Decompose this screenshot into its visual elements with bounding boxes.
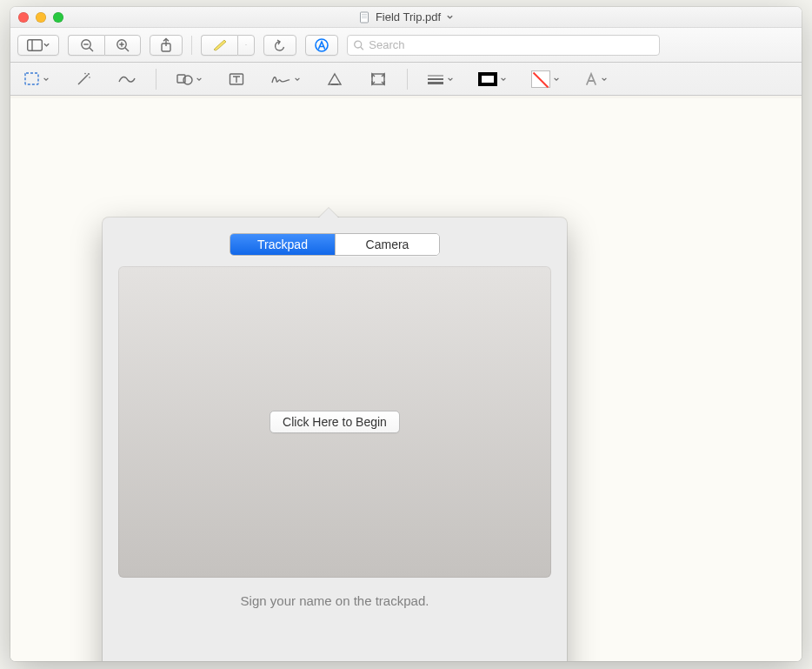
text-style-button[interactable] bbox=[579, 68, 613, 90]
document-icon bbox=[358, 11, 370, 23]
share-button[interactable] bbox=[150, 35, 183, 56]
toolbar-separator bbox=[191, 36, 192, 55]
title-chevron-down-icon[interactable] bbox=[446, 13, 454, 21]
svg-rect-3 bbox=[362, 17, 367, 18]
svg-line-7 bbox=[90, 48, 93, 51]
svg-line-10 bbox=[125, 48, 129, 51]
svg-point-22 bbox=[89, 77, 90, 78]
window-zoom-button[interactable] bbox=[53, 12, 63, 23]
svg-rect-1 bbox=[362, 14, 367, 15]
svg-point-16 bbox=[355, 41, 362, 48]
search-field[interactable] bbox=[347, 35, 660, 56]
main-toolbar bbox=[10, 28, 802, 63]
chevron-down-icon bbox=[43, 41, 50, 49]
svg-line-17 bbox=[361, 47, 363, 50]
sidebar-toggle-button[interactable] bbox=[17, 35, 59, 56]
svg-point-20 bbox=[88, 73, 90, 75]
magic-wand-icon bbox=[75, 72, 92, 86]
shapes-icon bbox=[176, 72, 193, 86]
chevron-down-icon bbox=[500, 76, 507, 83]
title-center: Field Trip.pdf bbox=[10, 10, 802, 23]
svg-rect-18 bbox=[25, 73, 38, 84]
signature-popover: Trackpad Camera Click Here to Begin Sign… bbox=[103, 217, 567, 661]
sign-button[interactable] bbox=[265, 68, 306, 90]
traffic-lights bbox=[18, 12, 63, 23]
fill-color-swatch-icon bbox=[531, 70, 550, 88]
zoom-out-button[interactable] bbox=[68, 35, 104, 56]
markup-separator bbox=[156, 69, 156, 90]
text-tool-button[interactable] bbox=[222, 68, 251, 90]
zoom-in-icon bbox=[115, 37, 130, 53]
document-area: Trackpad Camera Click Here to Begin Sign… bbox=[10, 96, 802, 661]
rotate-left-icon bbox=[272, 38, 288, 52]
sidebar-icon bbox=[27, 39, 43, 51]
window-title[interactable]: Field Trip.pdf bbox=[376, 10, 441, 23]
markup-icon bbox=[314, 37, 329, 53]
zoom-in-button[interactable] bbox=[104, 35, 141, 56]
svg-line-19 bbox=[78, 75, 88, 84]
markup-toggle-button[interactable] bbox=[305, 35, 338, 56]
signature-source-tabs: Trackpad Camera bbox=[230, 233, 440, 256]
chevron-down-icon bbox=[447, 76, 454, 83]
rotate-button[interactable] bbox=[263, 35, 296, 56]
svg-rect-4 bbox=[27, 39, 42, 50]
signature-pad[interactable]: Click Here to Begin bbox=[118, 266, 551, 578]
markup-toolbar bbox=[10, 63, 802, 96]
markup-separator bbox=[407, 69, 408, 90]
search-icon bbox=[353, 39, 364, 51]
line-style-icon bbox=[427, 74, 444, 84]
selection-rect-icon bbox=[24, 72, 40, 86]
titlebar: Field Trip.pdf bbox=[10, 7, 802, 28]
annotate-note-button[interactable] bbox=[320, 68, 349, 90]
border-color-swatch-icon bbox=[478, 72, 497, 86]
highlighter-icon bbox=[211, 38, 229, 52]
chevron-down-icon bbox=[43, 76, 50, 83]
font-style-icon bbox=[584, 72, 598, 86]
tab-camera[interactable]: Camera bbox=[335, 234, 439, 255]
line-style-button[interactable] bbox=[422, 68, 459, 90]
begin-signing-button[interactable]: Click Here to Begin bbox=[270, 411, 400, 433]
window-close-button[interactable] bbox=[18, 12, 29, 23]
svg-rect-2 bbox=[362, 16, 367, 17]
annotate-icon bbox=[327, 72, 343, 86]
highlight-dropdown-button[interactable] bbox=[237, 35, 255, 56]
tab-trackpad[interactable]: Trackpad bbox=[230, 234, 335, 255]
window-minimize-button[interactable] bbox=[36, 12, 46, 23]
text-box-icon bbox=[229, 72, 244, 86]
search-input[interactable] bbox=[369, 38, 654, 51]
svg-point-21 bbox=[84, 72, 86, 74]
share-icon bbox=[159, 37, 173, 53]
zoom-segment bbox=[68, 35, 141, 56]
sketch-tool-button[interactable] bbox=[112, 68, 142, 90]
resize-icon bbox=[370, 72, 386, 86]
chevron-down-icon bbox=[294, 76, 301, 83]
instant-alpha-button[interactable] bbox=[69, 68, 98, 90]
highlight-button[interactable] bbox=[201, 35, 237, 56]
signature-icon bbox=[270, 72, 291, 86]
highlight-segment bbox=[201, 35, 255, 56]
chevron-down-icon bbox=[553, 76, 560, 83]
svg-marker-28 bbox=[329, 74, 341, 84]
signature-instruction: Sign your name on the trackpad. bbox=[103, 593, 567, 608]
sketch-icon bbox=[117, 73, 136, 85]
adjust-size-button[interactable] bbox=[363, 68, 393, 90]
zoom-out-icon bbox=[79, 37, 95, 53]
preview-window: Field Trip.pdf bbox=[10, 7, 802, 661]
selection-tool-button[interactable] bbox=[19, 68, 55, 90]
shapes-button[interactable] bbox=[170, 68, 208, 90]
chevron-down-icon bbox=[245, 41, 247, 49]
chevron-down-icon bbox=[196, 76, 203, 83]
border-color-button[interactable] bbox=[473, 68, 512, 90]
chevron-down-icon bbox=[601, 76, 608, 83]
fill-color-button[interactable] bbox=[526, 68, 565, 90]
